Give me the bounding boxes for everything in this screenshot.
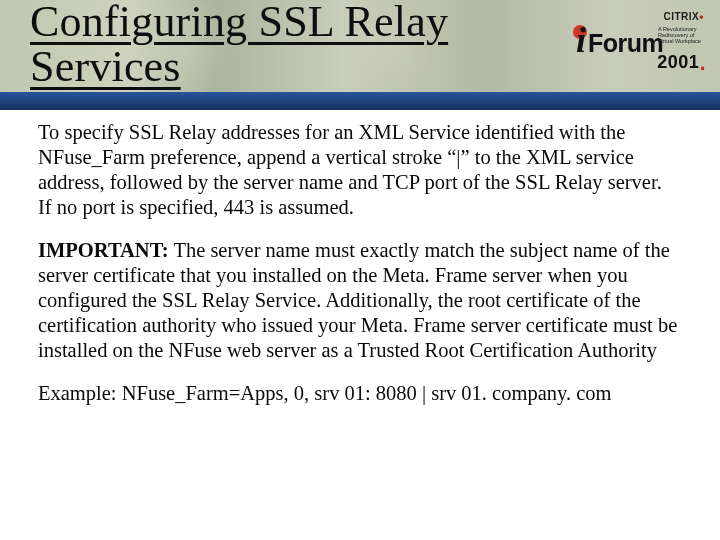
paragraph-important: IMPORTANT: The server name must exactly … — [38, 238, 678, 363]
header-divider — [0, 92, 720, 110]
slide-body: To specify SSL Relay addresses for an XM… — [38, 120, 678, 424]
iforum-i-glyph: i — [576, 22, 586, 58]
paragraph-example: Example: NFuse_Farm=Apps, 0, srv 01: 808… — [38, 381, 678, 406]
slide-title: Configuring SSL Relay Services — [30, 0, 570, 90]
iforum-text: Forum — [588, 29, 663, 58]
important-label: IMPORTANT: — [38, 239, 169, 261]
citrix-text: CITRIX — [664, 11, 700, 22]
paragraph-intro: To specify SSL Relay addresses for an XM… — [38, 120, 678, 220]
conference-logo: CITRIX• i Forum A Revolutionary Rediscov… — [576, 10, 708, 74]
logo-tagline: A Revolutionary Rediscovery of Virtual W… — [658, 26, 708, 44]
logo-year: 2001. — [657, 52, 706, 73]
slide: Configuring SSL Relay Services CITRIX• i… — [0, 0, 720, 540]
year-number: 2001 — [657, 52, 699, 72]
year-dot-icon: . — [699, 50, 706, 75]
